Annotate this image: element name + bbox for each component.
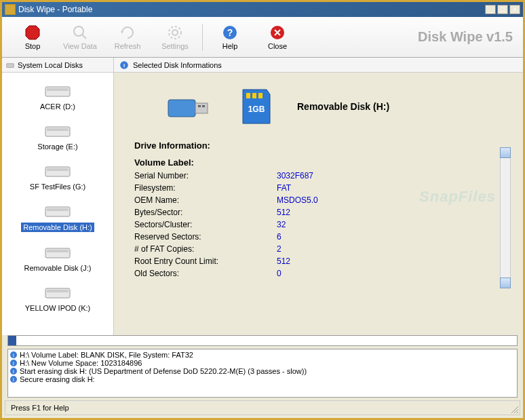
stop-icon [24,24,41,41]
log-line: iH:\ New Volume Space: 1023184896 [9,359,516,367]
usb-drive-icon [161,86,216,127]
hdd-icon [44,203,71,221]
view-data-button: View Data [56,20,104,54]
resize-grip-icon[interactable] [510,405,518,413]
toolbar: Stop View Data Refresh Settings ? Help [2,17,523,58]
window-title: Disk Wipe - Portable [18,5,485,14]
info-row: Reserved Sectors:6 [134,232,503,242]
svg-rect-29 [202,105,205,107]
svg-rect-11 [7,63,14,67]
svg-rect-17 [47,128,69,131]
svg-rect-21 [47,208,69,211]
svg-marker-0 [26,26,39,39]
disk-header-icon [5,60,15,70]
disk-item-acer[interactable]: ACER (D:) [2,79,113,114]
vertical-scrollbar[interactable] [500,147,511,290]
maximize-button[interactable]: □ [497,5,508,14]
disk-item-ipod[interactable]: YELLOW IPOD (K:) [2,281,113,316]
log-line: iSecure erasing disk H: [9,375,516,383]
svg-point-4 [172,30,178,35]
toolbar-divider [202,24,203,51]
svg-marker-3 [121,31,123,34]
sd-card-icon: 1GB [236,86,277,127]
svg-rect-27 [195,103,208,113]
svg-rect-19 [47,168,69,171]
titlebar[interactable]: Disk Wipe - Portable _ □ × [2,2,523,17]
svg-text:i: i [13,368,14,375]
svg-point-1 [74,26,83,36]
info-row: Filesystem:FAT [134,183,503,193]
app-icon [5,4,16,15]
disk-info-panel: SnapFiles 1GB Removable Disk (H:) Drive … [114,73,523,335]
help-button[interactable]: ? Help [206,20,254,54]
svg-rect-30 [246,93,250,98]
svg-text:i: i [123,62,125,68]
info-row: Serial Number:3032F687 [134,171,503,180]
gear-icon [167,24,183,41]
settings-button: Settings [151,20,199,54]
disk-item-removable-j[interactable]: Removable Disk (J:) [2,241,113,275]
close-app-button[interactable]: Close [254,20,301,54]
drive-info-heading: Drive Information: [134,140,503,151]
info-icon: i [9,351,18,359]
svg-rect-23 [47,250,69,252]
svg-text:i: i [13,352,14,358]
magnifier-icon [72,24,88,41]
brand-label: Disk Wipe v1.5 [418,29,513,45]
svg-text:i: i [13,360,14,366]
svg-rect-15 [47,88,69,91]
volume-label-heading: Volume Label: [134,157,503,168]
info-row: # of FAT Copies:2 [134,244,503,254]
svg-line-44 [517,412,518,413]
svg-point-5 [169,26,181,39]
minimize-button[interactable]: _ [485,5,496,14]
close-button[interactable]: × [509,5,520,14]
svg-rect-25 [47,290,69,292]
svg-rect-28 [198,105,201,107]
statusbar-text: Press F1 for Help [11,404,69,412]
progress-bar [7,335,518,346]
help-icon: ? [222,24,238,41]
scroll-up-button[interactable] [500,147,511,158]
disk-list-sidebar[interactable]: ACER (D:) Storage (E:) SF TestFiles (G:)… [2,73,114,335]
log-line: iH:\ Volume Label: BLANK DISK, File Syst… [9,351,516,359]
info-icon: i [9,375,18,383]
disk-item-storage[interactable]: Storage (E:) [2,119,113,154]
info-row: Sectors/Cluster:32 [134,220,503,229]
sidebar-header: System Local Disks [2,58,114,72]
stop-button[interactable]: Stop [9,20,56,54]
svg-line-2 [82,35,86,39]
log-panel[interactable]: iH:\ Volume Label: BLANK DISK, File Syst… [7,349,518,398]
main-header: i Selected Disk Informations [114,58,523,72]
svg-rect-31 [252,93,256,98]
disk-item-removable-h[interactable]: Removable Disk (H:) [2,199,113,235]
scroll-track[interactable] [500,158,511,278]
info-icon: i [9,367,18,375]
info-row: Old Sectors:0 [134,269,503,278]
hdd-icon [44,284,71,302]
info-icon: i [119,60,129,70]
svg-text:1GB: 1GB [248,104,265,114]
scroll-down-button[interactable] [500,278,511,288]
progress-fill [8,336,16,345]
hdd-icon [44,163,71,180]
selected-disk-title: Removable Disk (H:) [297,101,389,112]
refresh-icon [119,24,136,41]
statusbar: Press F1 for Help [5,400,520,415]
svg-text:i: i [13,377,14,383]
disk-item-testfiles[interactable]: SF TestFiles (G:) [2,159,113,194]
info-icon: i [9,359,18,367]
hdd-icon [44,123,71,140]
svg-rect-26 [168,100,195,117]
refresh-button: Refresh [104,20,151,54]
close-icon [269,24,286,41]
hdd-icon [44,83,71,100]
log-line: iStart erasing disk H: (US Department of… [9,367,516,375]
hdd-icon [44,244,71,262]
svg-text:?: ? [227,27,233,38]
svg-rect-32 [258,93,262,98]
info-row: Bytes/Sector:512 [134,208,503,217]
info-row: OEM Name:MSDOS5.0 [134,195,503,205]
info-row: Root Entry Count Limit:512 [134,256,503,266]
